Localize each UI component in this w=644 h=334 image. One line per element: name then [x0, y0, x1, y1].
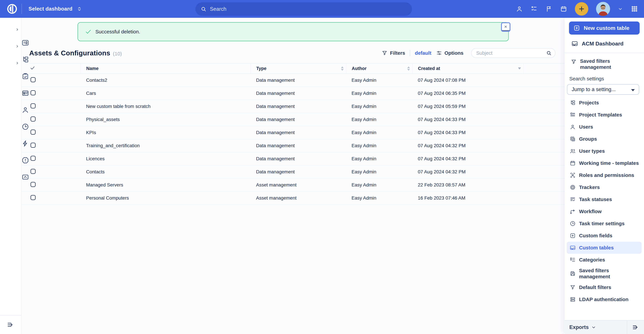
column-header-name[interactable]: Name: [81, 63, 251, 74]
table-row[interactable]: Managed ServersAsset managementEasy Admi…: [22, 178, 565, 192]
column-header-author[interactable]: Author: [346, 63, 412, 74]
alert-message: Successful deletion.: [96, 29, 140, 34]
row-checkbox[interactable]: [30, 143, 36, 148]
saved-filters-management-link[interactable]: Saved filters management: [571, 58, 641, 70]
cell-name[interactable]: Personal Computers: [81, 192, 251, 204]
sidebar-item-alerts[interactable]: [0, 139, 21, 156]
setting-item-workflow[interactable]: Workflow: [565, 206, 644, 218]
setting-item-projects[interactable]: Projects: [565, 97, 644, 109]
checklist-icon[interactable]: [530, 5, 538, 12]
funnel-icon: [571, 59, 577, 65]
table-row[interactable]: CarsData managementEasy Admin07 Aug 2024…: [22, 87, 565, 100]
cell-author: Easy Admin: [346, 74, 412, 87]
setting-item-working-time-templates[interactable]: Working time - templates: [565, 157, 644, 169]
sort-desc-icon[interactable]: [518, 68, 521, 70]
apps-grid-icon[interactable]: [630, 5, 638, 13]
sort-icon[interactable]: [407, 66, 410, 71]
cell-name[interactable]: Training_and_certification: [81, 139, 251, 152]
options-button[interactable]: Options: [436, 50, 464, 56]
setting-item-custom-tables[interactable]: Custom tables: [567, 242, 642, 254]
table-row[interactable]: LicencesData managementEasy Admin07 Aug …: [22, 152, 565, 165]
table-row[interactable]: Physical_assetsData managementEasy Admin…: [22, 113, 565, 126]
row-checkbox[interactable]: [30, 77, 36, 82]
sidebar-item-time[interactable]: [0, 105, 21, 122]
select-all-check-icon[interactable]: [30, 65, 35, 71]
row-checkbox[interactable]: [30, 90, 36, 95]
column-header-type[interactable]: Type: [251, 63, 346, 74]
cell-name[interactable]: New custom table from scratch: [81, 100, 251, 113]
table-row[interactable]: KPIsData managementEasy Admin07 Aug 2024…: [22, 126, 565, 139]
table-row[interactable]: Contacts2Data managementEasy Admin07 Aug…: [22, 74, 565, 87]
groups-icon: [570, 136, 576, 142]
setting-item-custom-fields[interactable]: Custom fields: [565, 230, 644, 242]
table-row[interactable]: ContactsData managementEasy Admin07 Aug …: [22, 165, 565, 178]
sidebar-item-quick-actions[interactable]: [0, 122, 21, 139]
setting-item-groups[interactable]: Groups: [565, 133, 644, 145]
flag-icon[interactable]: [545, 5, 552, 12]
global-search[interactable]: [196, 2, 412, 16]
row-checkbox[interactable]: [30, 169, 36, 174]
cell-name[interactable]: Contacts: [81, 165, 251, 178]
app-logo-icon[interactable]: [6, 3, 18, 14]
setting-item-default-filters[interactable]: Default filters: [565, 281, 644, 294]
row-checkbox[interactable]: [30, 182, 36, 187]
table-row[interactable]: Training_and_certificationData managemen…: [22, 139, 565, 152]
expand-sidebar-button[interactable]: [0, 315, 21, 334]
cell-name[interactable]: KPIs: [81, 126, 251, 139]
cell-author: Easy Admin: [346, 139, 412, 152]
avatar[interactable]: [596, 2, 610, 16]
cell-name[interactable]: Managed Servers: [81, 178, 251, 192]
setting-item-roles-permissions[interactable]: Roles and permissions: [565, 169, 644, 181]
setting-item-users[interactable]: Users: [565, 121, 644, 133]
search-icon[interactable]: [546, 50, 552, 56]
cell-created: 07 Aug 2024 04:32 PM: [412, 165, 524, 178]
setting-item-ldap-authentication[interactable]: LDAP authentication: [565, 294, 644, 306]
caret-down-icon[interactable]: [618, 6, 623, 12]
exports-button[interactable]: Exports: [565, 320, 627, 334]
cell-name[interactable]: Contacts2: [81, 74, 251, 87]
filters-button[interactable]: Filters: [382, 50, 405, 56]
setting-item-task-statuses[interactable]: Task statuses: [565, 193, 644, 206]
column-header-created-at[interactable]: Created at: [412, 63, 524, 74]
add-button[interactable]: [575, 2, 588, 16]
sidebar-item-dashboards[interactable]: [0, 21, 21, 38]
dashboard-selector[interactable]: Select dashboard: [28, 6, 82, 12]
global-search-input[interactable]: [210, 6, 394, 12]
calendar-icon[interactable]: [560, 5, 567, 12]
table-row[interactable]: Personal ComputersAsset managementEasy A…: [22, 192, 565, 204]
jump-to-setting-select[interactable]: Jump to a setting...: [567, 84, 639, 95]
cell-name[interactable]: Cars: [81, 87, 251, 100]
sidebar-item-tasks[interactable]: [0, 55, 21, 72]
collapse-sidebar-button[interactable]: [627, 320, 644, 334]
cell-type: Data management: [251, 126, 346, 139]
row-checkbox[interactable]: [30, 156, 36, 161]
cell-author: Easy Admin: [346, 87, 412, 100]
cell-name[interactable]: Physical_assets: [81, 113, 251, 126]
row-checkbox[interactable]: [30, 116, 36, 122]
user-icon[interactable]: [516, 5, 523, 12]
saved-filters-management-label: Saved filters management: [580, 58, 641, 70]
row-checkbox[interactable]: [30, 130, 36, 134]
sidebar-item-archive[interactable]: [0, 156, 21, 172]
sidebar-item-projects[interactable]: [0, 38, 21, 55]
default-filter-link[interactable]: default: [415, 50, 431, 56]
setting-item-categories[interactable]: Categories: [565, 254, 644, 266]
row-checkbox[interactable]: [30, 195, 36, 200]
sidebar-item-boards[interactable]: [0, 72, 21, 88]
row-checkbox[interactable]: [30, 104, 36, 108]
setting-item-project-templates[interactable]: Project Templates: [565, 109, 644, 121]
setting-item-task-timer-settings[interactable]: Task timer settings: [565, 218, 644, 230]
sidebar-item-people[interactable]: [0, 88, 21, 105]
new-custom-table-button[interactable]: New custom table: [569, 22, 640, 34]
sort-icon[interactable]: [341, 66, 344, 71]
table-row[interactable]: New custom table from scratchData manage…: [22, 100, 565, 113]
subject-search-input[interactable]: [471, 48, 556, 58]
table-header-row: Name Type Author Created at: [22, 63, 565, 74]
setting-item-user-types[interactable]: User types: [565, 145, 644, 157]
dashboard-icon: [22, 39, 29, 47]
alert-close-button[interactable]: ×: [502, 23, 510, 31]
setting-item-saved-filters-management[interactable]: Saved filters management: [565, 266, 644, 281]
acm-dashboard-link[interactable]: ACM Dashboard: [571, 38, 640, 49]
setting-item-trackers[interactable]: Trackers: [565, 181, 644, 193]
cell-name[interactable]: Licences: [81, 152, 251, 165]
